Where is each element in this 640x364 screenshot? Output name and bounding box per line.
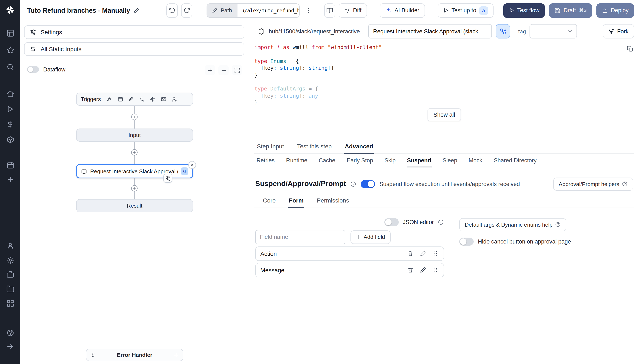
tab-form[interactable]: Form — [288, 195, 305, 208]
route-trigger-icon[interactable] — [139, 96, 145, 102]
edit-field-icon[interactable] — [420, 250, 426, 256]
webhook-trigger-icon[interactable] — [128, 96, 134, 102]
default-args-help-button[interactable]: Default args & Dynamic enums help — [459, 218, 567, 231]
ai-builder-button[interactable]: AI Builder — [380, 3, 425, 18]
more-menu-button[interactable] — [303, 3, 314, 18]
suspend-info-icon[interactable] — [350, 181, 357, 187]
insert-step-button-3[interactable] — [131, 185, 138, 192]
tab-skip[interactable]: Skip — [384, 155, 396, 167]
email-trigger-icon[interactable] — [161, 96, 166, 102]
kafka-trigger-icon[interactable] — [171, 96, 177, 102]
step-summary-input[interactable] — [368, 24, 492, 38]
approval-prompt-helpers-button[interactable]: Approval/Prompt helpers — [553, 177, 633, 190]
suspend-toggle[interactable] — [361, 180, 375, 188]
delete-field-icon[interactable] — [407, 267, 413, 273]
undo-button[interactable] — [166, 3, 178, 18]
form-field-row-message[interactable]: Message — [255, 263, 444, 277]
step-tabs: Step Input Test this step Advanced — [254, 140, 634, 154]
home-icon[interactable] — [5, 88, 16, 99]
websocket-trigger-icon[interactable] — [150, 96, 155, 102]
input-node[interactable]: Input — [76, 128, 193, 142]
panels-icon[interactable] — [5, 28, 16, 38]
help-icon[interactable] — [5, 327, 16, 338]
tab-sleep[interactable]: Sleep — [442, 155, 458, 167]
deploy-button[interactable]: Deploy — [596, 3, 634, 18]
tag-select[interactable] — [530, 24, 577, 38]
hide-cancel-toggle[interactable] — [459, 238, 474, 246]
slack-approval-module-node[interactable]: Request Interactive Slack Approval (... … — [76, 164, 193, 178]
schedules-calendar-icon[interactable] — [5, 160, 16, 170]
tab-permissions[interactable]: Permissions — [316, 195, 350, 207]
flow-settings-bar[interactable]: Settings — [24, 25, 244, 39]
ai-builder-label: AI Builder — [394, 7, 419, 14]
collapse-arrow-icon[interactable] — [5, 341, 16, 352]
path-input[interactable] — [238, 4, 299, 17]
remove-module-button[interactable] — [188, 161, 196, 169]
code-editor[interactable]: import * as wmill from "windmill-client"… — [254, 44, 634, 106]
docs-book-button[interactable] — [324, 3, 335, 18]
tab-cache[interactable]: Cache — [318, 155, 336, 167]
resources-box-icon[interactable] — [5, 134, 16, 145]
topbar-separator — [498, 5, 498, 16]
triggers-node[interactable]: Triggers — [76, 92, 193, 106]
topbar: Tuto Refund branches - Manually Path Dif… — [20, 0, 640, 21]
tab-test-this-step[interactable]: Test this step — [296, 140, 332, 153]
fit-view-button[interactable] — [232, 65, 242, 75]
tab-core[interactable]: Core — [262, 195, 277, 207]
json-editor-toggle[interactable] — [384, 218, 399, 226]
insert-step-button-2[interactable] — [131, 149, 138, 156]
result-node[interactable]: Result — [76, 199, 193, 212]
suspend-indicator-button[interactable] — [496, 24, 510, 38]
edit-title-pencil-icon[interactable] — [134, 8, 139, 13]
insert-step-button-1[interactable] — [131, 114, 138, 120]
drag-handle-icon[interactable] — [433, 250, 439, 256]
redo-button[interactable] — [181, 3, 192, 18]
draft-button[interactable]: Draft ⌘S — [549, 3, 592, 18]
tab-suspend[interactable]: Suspend — [406, 155, 432, 167]
apps-grid-icon[interactable] — [5, 298, 16, 308]
path-button[interactable]: Path — [207, 4, 238, 17]
edit-field-icon[interactable] — [420, 267, 426, 273]
tab-shared-directory[interactable]: Shared Directory — [493, 155, 537, 167]
runs-play-icon[interactable] — [5, 104, 16, 114]
test-up-to-button[interactable]: Test up to a — [438, 3, 493, 18]
zoom-in-button[interactable] — [205, 65, 215, 75]
folders-icon[interactable] — [5, 283, 16, 294]
zoom-out-button[interactable] — [219, 65, 229, 75]
tab-retries[interactable]: Retries — [256, 155, 275, 167]
user-icon[interactable] — [5, 240, 16, 251]
tab-runtime[interactable]: Runtime — [286, 155, 308, 167]
json-editor-info-icon[interactable] — [438, 219, 444, 225]
add-error-handler-button[interactable] — [173, 352, 179, 358]
add-plus-icon[interactable] — [5, 174, 16, 185]
manual-trigger-icon[interactable] — [107, 96, 112, 102]
tab-advanced[interactable]: Advanced — [344, 140, 374, 154]
add-field-button[interactable]: Add field — [350, 230, 390, 244]
schedule-trigger-icon[interactable] — [117, 96, 123, 102]
workspace-briefcase-icon[interactable] — [5, 269, 16, 280]
tab-early-stop[interactable]: Early Stop — [346, 155, 373, 167]
show-all-button[interactable]: Show all — [428, 108, 461, 121]
form-field-row-action[interactable]: Action — [255, 246, 444, 261]
fork-button[interactable]: Fork — [603, 24, 634, 38]
copy-code-icon[interactable] — [627, 46, 633, 52]
test-flow-button[interactable]: Test flow — [503, 3, 545, 18]
drag-handle-icon[interactable] — [433, 267, 439, 273]
diff-label: Diff — [353, 7, 361, 14]
variables-dollar-icon[interactable] — [5, 119, 16, 130]
error-handler-node[interactable]: Error Handler — [86, 349, 183, 361]
search-icon[interactable] — [5, 61, 16, 72]
suspend-phone-badge — [163, 174, 172, 183]
static-inputs-bar[interactable]: All Static Inputs — [24, 42, 244, 56]
delete-field-icon[interactable] — [407, 250, 413, 256]
diff-button[interactable]: Diff — [339, 3, 367, 18]
favorites-star-icon[interactable] — [5, 44, 16, 56]
tab-step-input[interactable]: Step Input — [256, 140, 285, 153]
helpers-help-icon — [622, 181, 628, 187]
draft-shortcut: ⌘S — [579, 8, 587, 13]
dataflow-toggle[interactable] — [27, 66, 39, 73]
field-name-input[interactable] — [255, 230, 345, 244]
windmill-logo-icon[interactable] — [5, 5, 16, 16]
tab-mock[interactable]: Mock — [468, 155, 483, 167]
settings-gear-icon[interactable] — [5, 254, 16, 266]
